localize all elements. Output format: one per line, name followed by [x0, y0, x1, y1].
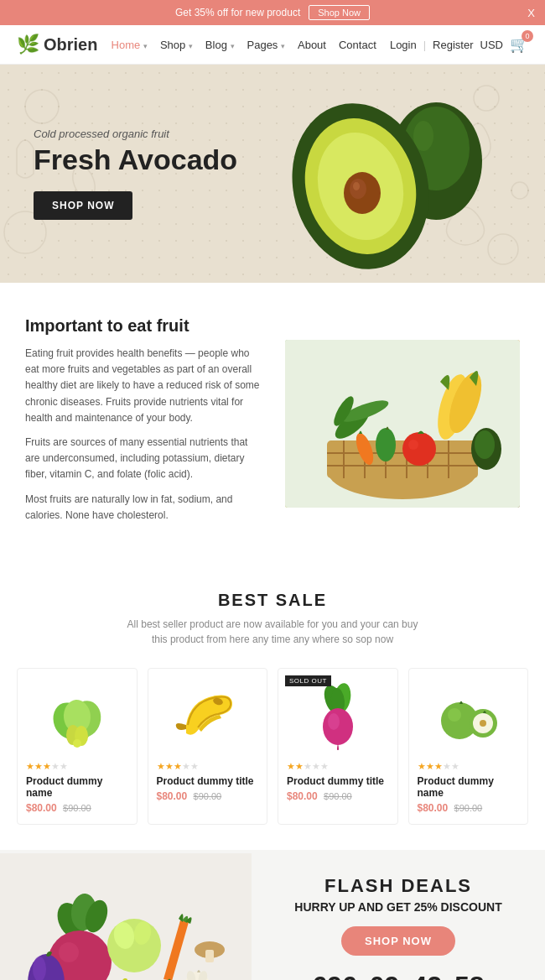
product-name-4: Product dummy name	[418, 775, 520, 799]
svg-point-49	[328, 713, 340, 730]
product-name-3: Product dummy title	[287, 775, 389, 787]
svg-point-32	[408, 440, 418, 450]
product-name-1: Product dummy name	[26, 775, 128, 799]
product-original-price-3: $90.00	[324, 791, 352, 801]
info-section: Important to eat fruit Eating fruit prov…	[0, 283, 545, 566]
main-nav: Home ▾ Shop ▾ Blog ▾ Pages ▾ About Conta…	[112, 39, 376, 51]
countdown-seconds: 58 Sec	[454, 971, 485, 980]
product-price-3: $80.00 $90.00	[287, 790, 389, 802]
hero-product-image	[260, 73, 528, 283]
product-svg-2	[169, 683, 245, 750]
header: 🌿 Obrien Home ▾ Shop ▾ Blog ▾ Pages ▾ Ab…	[0, 25, 545, 65]
header-right: Login | Register USD 🛒 0	[390, 35, 528, 54]
avocado-svg	[268, 77, 520, 279]
logo-leaf-icon: 🌿	[17, 34, 39, 55]
product-current-price-4: $80.00	[418, 802, 449, 814]
product-image-2	[157, 679, 259, 754]
chevron-down-icon: ▾	[281, 42, 285, 50]
svg-point-51	[448, 708, 461, 722]
flash-deals-section: FLASH DEALS HURRY UP AND GET 25% DISCOUN…	[0, 850, 545, 980]
hero-shop-button[interactable]: SHOP NOW	[34, 191, 132, 220]
svg-point-35	[475, 430, 495, 459]
product-stars-1: ★★★★★	[26, 761, 128, 772]
product-stars-2: ★★★★★	[157, 761, 259, 772]
best-sale-subtitle: All best seller product are now availabl…	[17, 617, 528, 647]
hero-banner: Cold processed organic fruit Fresh Avoca…	[0, 65, 545, 283]
announcement-text: Get 35% off for new product	[175, 7, 300, 18]
svg-point-31	[402, 432, 436, 466]
hero-text-block: Cold processed organic fruit Fresh Avoca…	[34, 128, 237, 219]
nav-item-about[interactable]: About	[298, 39, 326, 51]
product-image-1	[26, 679, 128, 754]
product-svg-4	[434, 683, 501, 750]
product-price-4: $80.00 $90.00	[418, 802, 520, 814]
info-text-block: Important to eat fruit Eating fruit prov…	[25, 316, 260, 532]
svg-rect-17	[327, 440, 478, 478]
nav-item-home[interactable]: Home ▾	[112, 39, 148, 51]
product-card-4[interactable]: ★★★★★ Product dummy name $80.00 $90.00	[408, 668, 529, 825]
countdown-minutes-value: 42	[412, 971, 442, 980]
login-link[interactable]: Login	[390, 39, 417, 51]
product-current-price-3: $80.00	[287, 790, 318, 802]
basket-svg	[285, 340, 520, 508]
product-original-price-2: $90.00	[194, 791, 222, 801]
svg-point-14	[353, 182, 360, 190]
flash-deals-subtitle: HURRY UP AND GET 25% DISCOUNT	[272, 900, 524, 914]
nav-item-shop[interactable]: Shop ▾	[160, 39, 193, 51]
svg-point-33	[376, 428, 396, 461]
countdown-minutes: 42 Min	[412, 971, 442, 980]
info-paragraph-1: Eating fruit provides health benefits — …	[25, 346, 260, 426]
svg-point-61	[107, 919, 161, 972]
flash-deals-image	[0, 853, 252, 980]
product-image-3	[287, 679, 389, 754]
countdown-seconds-value: 58	[454, 971, 485, 980]
register-link[interactable]: Register	[433, 39, 473, 51]
product-name-2: Product dummy title	[157, 775, 259, 787]
cart-button[interactable]: 🛒 0	[510, 35, 528, 54]
flash-deals-title: FLASH DEALS	[272, 875, 524, 897]
info-basket-image	[285, 340, 520, 508]
announcement-bar: Get 35% off for new product Shop Now X	[0, 0, 545, 25]
countdown-hours-value: 09	[370, 971, 400, 980]
nav-item-contact[interactable]: Contact	[339, 39, 376, 51]
nav-item-blog[interactable]: Blog ▾	[205, 39, 235, 51]
info-title: Important to eat fruit	[25, 316, 260, 336]
countdown-days: 696 Days	[312, 971, 356, 980]
flash-deals-svg	[0, 853, 252, 980]
chevron-down-icon: ▾	[231, 42, 235, 50]
nav-item-pages[interactable]: Pages ▾	[247, 39, 285, 51]
product-card-3[interactable]: SOLD OUT ★★★★★ Product dummy title $80.0…	[278, 668, 398, 825]
product-current-price-2: $80.00	[157, 790, 188, 802]
product-stars-4: ★★★★★	[418, 761, 520, 772]
countdown-timer: 696 Days 09 Hours 42 Min 58 Sec	[272, 971, 524, 980]
product-original-price-4: $90.00	[454, 803, 483, 813]
currency-selector[interactable]: USD	[480, 39, 503, 51]
divider: |	[423, 39, 426, 51]
countdown-days-value: 696	[312, 971, 356, 980]
countdown-hours: 09 Hours	[370, 971, 400, 980]
info-paragraph-3: Most fruits are naturally low in fat, so…	[25, 492, 260, 524]
product-card-1[interactable]: ★★★★★ Product dummy name $80.00 $90.00	[17, 668, 138, 825]
flash-deals-shop-button[interactable]: SHOP NOW	[341, 926, 455, 956]
info-paragraph-2: Fruits are sources of many essential nut…	[25, 435, 260, 483]
announcement-shop-button[interactable]: Shop Now	[309, 5, 370, 20]
products-grid: ★★★★★ Product dummy name $80.00 $90.00 ★…	[17, 668, 528, 825]
product-svg-1	[44, 683, 111, 750]
product-card-2[interactable]: ★★★★★ Product dummy title $80.00 $90.00	[148, 668, 268, 825]
product-image-4	[418, 679, 520, 754]
logo[interactable]: 🌿 Obrien	[17, 34, 97, 55]
chevron-down-icon: ▾	[189, 42, 193, 50]
product-badge-3: SOLD OUT	[285, 675, 331, 686]
best-sale-section: BEST SALE All best seller product are no…	[0, 566, 545, 850]
svg-point-60	[59, 942, 79, 962]
logo-text: Obrien	[44, 35, 97, 55]
hero-title: Fresh Avocado	[34, 144, 237, 175]
product-svg-3	[304, 683, 371, 750]
product-stars-3: ★★★★★	[287, 761, 389, 772]
product-current-price-1: $80.00	[26, 802, 57, 814]
product-price-2: $80.00 $90.00	[157, 790, 259, 802]
product-price-1: $80.00 $90.00	[26, 802, 128, 814]
svg-point-43	[73, 739, 81, 748]
announcement-close-button[interactable]: X	[527, 7, 535, 19]
chevron-down-icon: ▾	[143, 42, 148, 50]
